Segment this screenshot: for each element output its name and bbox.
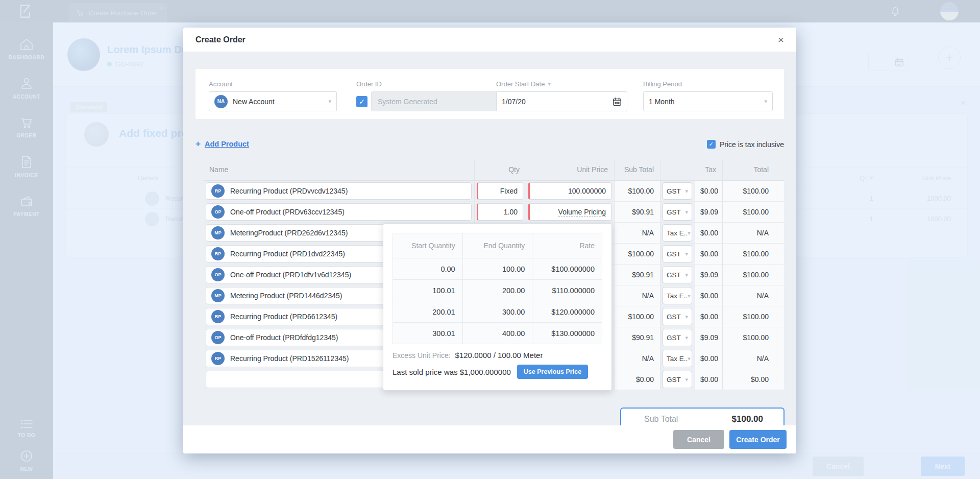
tax-select[interactable]: GST ▾	[663, 266, 692, 283]
tier-cell: 400.00	[463, 323, 533, 344]
unit-price-input[interactable]: 100.000000	[528, 182, 611, 200]
col-qty: Qty	[475, 159, 526, 180]
row-subtotal: $90.91	[615, 265, 660, 285]
product-name-input[interactable]: RP Recurring Product (PRDvvcdv12345)	[206, 182, 472, 200]
product-name-input[interactable]: OP One-off Product (PRDv63ccv12345)	[206, 203, 472, 221]
row-subtotal: N/A	[615, 285, 660, 306]
row-subtotal: N/A	[615, 348, 660, 369]
tax-select[interactable]: GST ▾	[663, 371, 692, 388]
row-subtotal: $100.00	[615, 181, 660, 202]
qty-input[interactable]: 1.00	[477, 203, 523, 221]
modal-title: Create Order	[195, 35, 246, 44]
system-generated-checkbox[interactable]: ✓	[356, 96, 368, 107]
tax-select[interactable]: GST ▾	[663, 308, 692, 325]
account-badge: NA	[214, 95, 228, 108]
start-date-input[interactable]: 1/07/20	[496, 91, 627, 111]
tax-type-value: GST	[667, 250, 681, 258]
tax-inclusive-checkbox[interactable]: ✓	[707, 140, 716, 149]
tier-cell: 300.01	[393, 323, 463, 344]
product-name: One-off Product (PRD1dfv1v6d12345)	[230, 271, 351, 279]
subtotal-value: $100.00	[732, 414, 763, 424]
tax-select[interactable]: GST ▾	[663, 182, 692, 200]
row-total: $100.00	[723, 327, 784, 348]
use-previous-price-button[interactable]: Use Previous Price	[517, 365, 588, 379]
billing-period-select[interactable]: 1 Month ▾	[643, 91, 773, 111]
product-type-badge: OP	[211, 331, 225, 344]
chevron-down-icon: ▾	[328, 98, 331, 105]
product-name: Recurring Product (PRDvvcdv12345)	[230, 187, 348, 195]
tax-select[interactable]: Tax E.. ▾	[663, 350, 692, 367]
product-name: Recurring Product (PRD1dvd22345)	[230, 250, 345, 258]
tier-cell: $120.000000	[532, 301, 602, 323]
product-type-badge: MP	[211, 226, 225, 240]
start-date-group: Order Start Date ▾ 1/07/20	[496, 80, 627, 111]
volume-pricing-popover: Start Quantity End Quantity Rate 0.00 10…	[383, 223, 612, 391]
row-total: N/A	[723, 223, 784, 244]
billing-period-label: Billing Period	[643, 80, 773, 88]
account-select[interactable]: NA New Account ▾	[209, 91, 337, 111]
tier-cell: $130.000000	[532, 323, 602, 344]
tax-inclusive-row: ✓ Price is tax inclusive	[707, 140, 784, 149]
tax-type-value: GST	[667, 334, 681, 342]
tier-cell: $100.000000	[532, 258, 602, 280]
chevron-down-icon: ▾	[685, 334, 688, 341]
start-date-value: 1/07/20	[502, 98, 526, 106]
chevron-down-icon: ▾	[688, 293, 691, 299]
row-total: N/A	[723, 348, 784, 369]
col-tax-select	[660, 159, 695, 180]
row-total: $0.00	[723, 369, 784, 390]
qty-input[interactable]: Fixed	[477, 182, 523, 200]
row-tax: $9.09	[695, 265, 723, 285]
tier-cell: 100.00	[463, 258, 533, 280]
row-total: $100.00	[723, 181, 784, 202]
tax-type-value: GST	[667, 376, 681, 384]
tax-select[interactable]: Tax E.. ▾	[663, 224, 692, 242]
row-total: N/A	[723, 285, 784, 306]
tier-cell: 200.01	[393, 301, 463, 323]
excess-unit-price-row: Excess Unit Price: $120.0000 / 100.00 Me…	[393, 351, 602, 360]
tier-cell: 0.00	[393, 258, 463, 280]
tax-select[interactable]: Tax E.. ▾	[663, 287, 692, 304]
create-order-button[interactable]: Create Order	[729, 430, 787, 449]
row-tax: $9.09	[695, 327, 723, 348]
excess-label: Excess Unit Price:	[393, 351, 451, 360]
row-subtotal: $0.00	[615, 369, 660, 390]
cancel-button[interactable]: Cancel	[673, 430, 724, 449]
col-rate: Rate	[532, 233, 602, 258]
row-tax: $0.00	[695, 285, 723, 306]
row-tax: $0.00	[695, 181, 723, 202]
caret-down-icon: ▾	[548, 81, 551, 87]
tier-cell: $110.000000	[532, 280, 602, 301]
unit-price-input[interactable]: Volume Pricing	[528, 203, 611, 221]
row-subtotal: N/A	[615, 223, 660, 244]
tax-select[interactable]: GST ▾	[663, 245, 692, 262]
unit-price-value: 100.000000	[568, 187, 606, 195]
tax-select[interactable]: GST ▾	[663, 203, 692, 221]
row-tax: $0.00	[695, 348, 723, 369]
add-product[interactable]: + Add Product	[195, 139, 249, 149]
account-label: Account	[209, 80, 337, 88]
tax-type-value: GST	[667, 271, 681, 279]
row-total: $100.00	[723, 306, 784, 327]
add-product-link[interactable]: Add Product	[205, 140, 249, 148]
product-row: OP One-off Product (PRDv63ccv12345) 1.00…	[204, 202, 784, 223]
tax-select[interactable]: GST ▾	[663, 329, 692, 346]
last-sold-text: Last sold price was $1,000.000000	[393, 368, 511, 376]
product-type-badge: OP	[211, 268, 225, 281]
excess-value: $120.0000 / 100.00 Meter	[455, 351, 543, 360]
row-total: $100.00	[723, 202, 784, 223]
tier-cell: 200.00	[463, 280, 533, 301]
volume-pricing-table: Start Quantity End Quantity Rate 0.00 10…	[393, 233, 602, 344]
product-table-header: Name Qty Unit Price Sub Total Tax Total	[204, 159, 784, 181]
account-value: New Account	[233, 98, 275, 106]
product-type-badge: MP	[211, 289, 225, 302]
tax-type-value: GST	[667, 208, 681, 216]
row-total: $100.00	[723, 244, 784, 265]
chevron-down-icon: ▾	[685, 209, 688, 215]
product-type-badge: OP	[211, 205, 225, 219]
product-name: Recurring Product (PRD6612345)	[230, 313, 337, 321]
tax-inclusive-label: Price is tax inclusive	[720, 140, 784, 149]
close-icon[interactable]: ×	[778, 34, 784, 45]
start-date-label: Order Start Date	[496, 80, 545, 88]
col-tax: Tax	[695, 159, 723, 180]
